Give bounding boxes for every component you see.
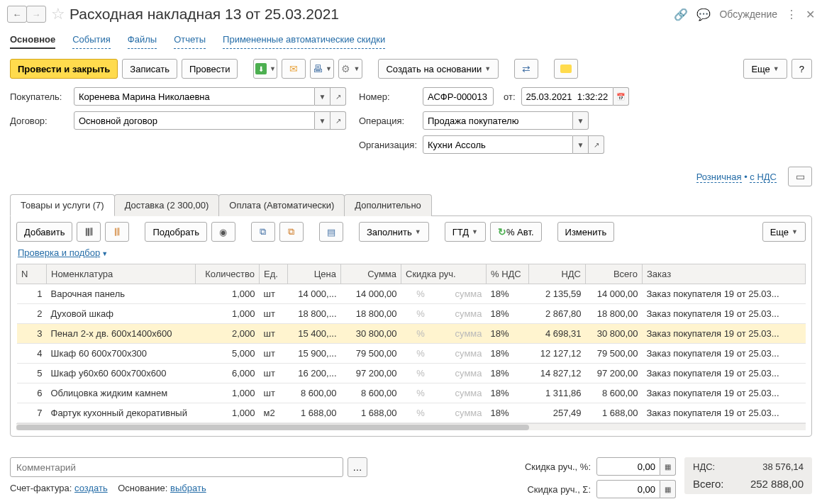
contract-label: Договор: [10,116,74,126]
org-dropdown-button[interactable]: ▼ [573,135,589,154]
vat-total-label: НДС: [693,461,715,472]
date-label: от: [504,91,516,102]
items-table[interactable]: N Номенклатура Количество Ед. Цена Сумма… [16,264,806,423]
retail-link[interactable]: Розничная [696,172,742,183]
paste-icon: ⧉ [288,226,294,237]
col-vat-pct[interactable]: % НДС [487,264,529,284]
nav-tab-main[interactable]: Основное [10,34,55,49]
col-qty[interactable]: Количество [196,264,260,284]
select-items-button[interactable]: Подобрать [145,222,206,242]
contract-input[interactable] [74,111,315,130]
vat-total-value: 38 576,14 [762,461,804,472]
auto-pct-button[interactable]: ↻ % Авт. [490,222,542,242]
nav-tab-reports[interactable]: Отчеты [174,34,206,49]
disc-pct-input[interactable] [596,457,660,476]
operation-label: Операция: [359,116,423,126]
card-icon: ▭ [796,171,805,182]
table-row[interactable]: 2Духовой шкаф1,000шт18 800,...18 800,00%… [17,304,806,324]
barcode-button-1[interactable] [77,222,101,242]
tab-goods[interactable]: Товары и услуги (7) [10,194,115,216]
table-row[interactable]: 3Пенал 2-х дв. 600х1400х6002,000шт15 400… [17,324,806,344]
col-order[interactable]: Заказ [643,264,806,284]
card-button[interactable]: ▭ [788,167,812,186]
operation-dropdown-button[interactable]: ▼ [573,111,589,130]
tab-extra[interactable]: Дополнительно [344,194,432,216]
fill-button[interactable]: Заполнить▼ [359,222,429,242]
basis-label: Основание: [118,483,167,493]
help-button[interactable]: ? [792,59,812,79]
date-picker-button[interactable]: 📅 [613,87,629,106]
col-sum[interactable]: Сумма [341,264,401,284]
view-button[interactable]: ◉ [211,222,235,242]
tab-delivery[interactable]: Доставка (2 300,00) [114,194,220,216]
disc-pct-calc-button[interactable]: ▦ [660,457,676,476]
col-man-disc[interactable]: Скидка руч. [401,264,487,284]
org-open-button[interactable]: ↗ [589,135,604,154]
discuss-label[interactable]: Обсуждение [719,9,777,20]
comment-input[interactable] [10,457,343,477]
post-button[interactable]: Провести [182,59,238,79]
buyer-open-button[interactable]: ↗ [331,87,346,106]
col-item[interactable]: Номенклатура [47,264,196,284]
table-row[interactable]: 5Шкаф у60х60 600х700х6006,000шт16 200,..… [17,364,806,383]
highlight-icon [560,65,572,73]
table-row[interactable]: 6Облицовка жидким камнем1,000шт8 600,008… [17,383,806,403]
import-button[interactable]: ▤ [319,222,343,242]
col-total[interactable]: Всего [586,264,643,284]
kebab-menu-icon[interactable]: ⋮ [786,8,797,21]
table-row[interactable]: 4Шкаф 60 600х700х3005,000шт15 900,...79 … [17,344,806,364]
invoice-create-link[interactable]: создать [74,483,108,493]
gtd-button[interactable]: ГТД▼ [445,222,486,242]
basis-select-link[interactable]: выбрать [170,483,206,493]
check-select-link[interactable]: Проверка и подбор [18,247,100,258]
disc-sum-input[interactable] [596,480,660,498]
table-more-button[interactable]: Еще▼ [762,222,806,242]
horizontal-scrollbar[interactable] [16,423,806,430]
link-icon[interactable]: 🔗 [674,8,688,21]
col-n[interactable]: N [17,264,47,284]
table-row[interactable]: 7Фартук кухонный декоративный1,000м21 68… [17,403,806,423]
col-price[interactable]: Цена [288,264,341,284]
discuss-icon[interactable]: 💬 [696,8,711,21]
nav-back-button[interactable]: ← [7,6,27,23]
more-button[interactable]: Еще▼ [743,59,787,79]
date-input[interactable] [521,87,613,106]
org-input[interactable] [423,135,573,154]
nav-tab-events[interactable]: События [72,34,111,49]
highlight-button[interactable] [554,59,578,79]
table-row[interactable]: 1Варочная панель1,000шт14 000,...14 000,… [17,284,806,304]
settings-button[interactable]: ⚙▼ [338,59,362,79]
nav-tab-auto-discounts[interactable]: Примененные автоматические скидки [223,34,385,49]
grand-total-value: 252 888,00 [750,478,804,490]
add-row-button[interactable]: Добавить [16,222,72,242]
buyer-input[interactable] [74,87,315,106]
contract-dropdown-button[interactable]: ▼ [315,111,331,130]
col-unit[interactable]: Ед. [260,264,288,284]
structure-button[interactable]: ⇄ [514,59,538,79]
col-vat[interactable]: НДС [529,264,586,284]
disc-sum-calc-button[interactable]: ▦ [660,480,676,498]
contract-open-button[interactable]: ↗ [331,111,346,130]
buyer-label: Покупатель: [10,91,74,102]
number-input[interactable] [423,87,494,106]
tab-payment[interactable]: Оплата (Автоматически) [218,194,345,216]
email-button[interactable]: ✉ [282,59,306,79]
favorite-star-icon[interactable]: ☆ [51,5,65,23]
barcode-button-2[interactable] [105,222,129,242]
paste-button[interactable]: ⧉ [279,222,304,242]
vat-link[interactable]: с НДС [750,172,777,183]
nav-forward-button[interactable]: → [26,6,46,23]
print-icon: 🖶 [313,63,323,74]
print-button[interactable]: 🖶▼ [310,59,334,79]
load-button[interactable]: ⬇▼ [253,59,277,79]
post-and-close-button[interactable]: Провести и закрыть [10,59,118,79]
comment-ellipsis-button[interactable]: … [348,457,367,477]
operation-input[interactable] [423,111,573,130]
close-icon[interactable]: ✕ [806,8,815,21]
change-button[interactable]: Изменить [557,222,615,242]
copy-button[interactable]: ⧉ [251,222,275,242]
buyer-dropdown-button[interactable]: ▼ [315,87,331,106]
save-button[interactable]: Записать [122,59,177,79]
create-based-button[interactable]: Создать на основании▼ [378,59,499,79]
nav-tab-files[interactable]: Файлы [128,34,157,49]
